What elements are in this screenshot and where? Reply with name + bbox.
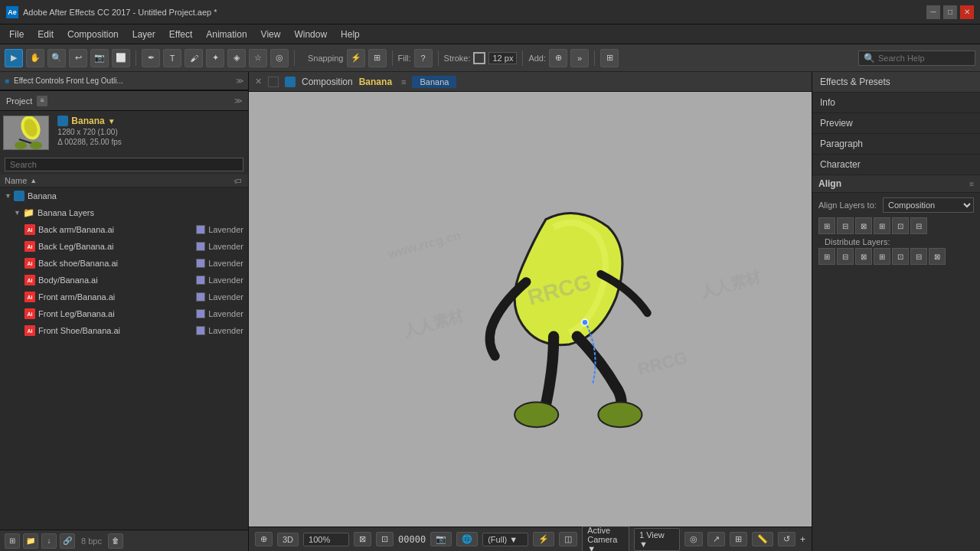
comp-menu-btn[interactable]: ≡ <box>401 77 406 86</box>
preview-panel[interactable]: Preview <box>812 113 980 134</box>
comp-close-btn[interactable]: ✕ <box>255 77 262 86</box>
align-center-v-btn[interactable]: ⊡ <box>892 217 909 234</box>
menu-file[interactable]: File <box>3 28 30 41</box>
maximize-button[interactable]: □ <box>943 5 957 19</box>
dist-left-btn[interactable]: ⊞ <box>818 248 835 265</box>
close-button[interactable]: ✕ <box>960 5 974 19</box>
list-item[interactable]: Ai Back arm/Banana.ai Lavender <box>0 221 248 238</box>
menu-edit[interactable]: Edit <box>31 28 60 41</box>
clone-tool[interactable]: ✦ <box>206 49 224 67</box>
panel-close-btn[interactable]: ≫ <box>234 96 242 105</box>
label-section: Lavender <box>196 292 243 302</box>
new-folder-button[interactable]: 📁 <box>23 533 38 549</box>
fit-btn[interactable]: ⊠ <box>354 532 371 546</box>
add-button[interactable]: ⊕ <box>549 49 567 67</box>
expand-icon[interactable]: ▼ <box>5 192 14 200</box>
dist-center-h-btn[interactable]: ⊟ <box>837 248 854 265</box>
list-item[interactable]: Ai Back Leg/Banana.ai Lavender <box>0 238 248 255</box>
view-dropdown[interactable]: Active Camera ▼ <box>582 523 629 552</box>
list-item[interactable]: Ai Back shoe/Banana.ai Lavender <box>0 255 248 272</box>
stroke-swatch[interactable] <box>473 52 485 64</box>
export-btn[interactable]: ↗ <box>707 532 725 546</box>
align-top-btn[interactable]: ⊞ <box>874 217 890 234</box>
menu-layer[interactable]: Layer <box>126 28 162 41</box>
puppet-tool[interactable]: ☆ <box>249 49 267 67</box>
fast-preview-btn[interactable]: ⚡ <box>533 532 554 546</box>
transparency-btn[interactable]: ⊡ <box>376 532 394 546</box>
toolbar-overflow[interactable]: » <box>570 49 589 67</box>
snapshot-btn[interactable]: 📷 <box>430 532 452 546</box>
paragraph-panel[interactable]: Paragraph <box>812 134 980 155</box>
new-comp-button[interactable]: ⊞ <box>5 533 20 549</box>
expand-icon[interactable]: ▼ <box>14 209 23 217</box>
info-panel[interactable]: Info <box>812 93 980 113</box>
window-controls[interactable]: ─ □ ✕ <box>926 5 974 19</box>
text-tool[interactable]: T <box>163 49 181 67</box>
align-to-dropdown[interactable]: Composition Selection <box>883 197 974 213</box>
workspace-btn[interactable]: ⊞ <box>600 49 619 67</box>
title-bar-left: Ae Adobe After Effects CC 2017 - Untitle… <box>6 6 217 18</box>
select-tool[interactable]: ▶ <box>5 49 23 67</box>
dependencies-button[interactable]: 🔗 <box>60 533 75 549</box>
menu-composition[interactable]: Composition <box>61 28 125 41</box>
camera-tool[interactable]: 📷 <box>90 49 109 67</box>
undo-tool[interactable]: ↩ <box>69 49 87 67</box>
views-dropdown[interactable]: 1 View ▼ <box>634 528 680 551</box>
menu-effect[interactable]: Effect <box>163 28 198 41</box>
snapping-toggle[interactable]: ⚡ <box>347 49 365 67</box>
comp-tab-banana[interactable]: Banana <box>412 76 456 88</box>
delete-button[interactable]: 🗑 <box>108 533 123 549</box>
list-item[interactable]: ▼ 📁 Banana Layers <box>0 204 248 221</box>
always-preview-btn[interactable]: ⊕ <box>255 532 273 546</box>
menu-animation[interactable]: Animation <box>200 28 253 41</box>
rulers-btn[interactable]: 📏 <box>752 532 773 546</box>
comp-arrow[interactable]: ▼ <box>108 117 116 126</box>
brush-tool[interactable]: 🖌 <box>185 49 203 67</box>
dist-center-v-btn[interactable]: ⊡ <box>892 248 909 265</box>
composition-viewport[interactable]: RRCG RRCG 人人素材 人人素材 www.rrcg.cn <box>249 92 812 527</box>
search-box[interactable]: 🔍 <box>858 51 975 66</box>
character-panel[interactable]: Character <box>812 155 980 175</box>
list-item[interactable]: Ai Front arm/Banana.ai Lavender <box>0 289 248 305</box>
quality-dropdown[interactable]: (Full) ▼ <box>482 533 528 546</box>
menu-help[interactable]: Help <box>335 28 366 41</box>
plus-btn[interactable]: + <box>800 534 805 545</box>
grid-btn[interactable]: ⊞ <box>730 532 747 546</box>
effect-controls-tab[interactable]: ■ Effect Controls Front Leg Outli... ≫ <box>0 72 248 90</box>
list-item[interactable]: Ai Front Leg/Banana.ai Lavender <box>0 305 248 322</box>
menu-window[interactable]: Window <box>288 28 333 41</box>
hand-tool[interactable]: ✋ <box>26 49 44 67</box>
render-btn[interactable]: ◎ <box>684 532 703 546</box>
dist-right-btn[interactable]: ⊠ <box>855 248 872 265</box>
eraser-tool[interactable]: ◈ <box>227 49 246 67</box>
dist-bottom-btn[interactable]: ⊟ <box>910 248 927 265</box>
menu-view[interactable]: View <box>255 28 287 41</box>
shape-tool[interactable]: ◎ <box>270 49 289 67</box>
align-menu-icon[interactable]: ≡ <box>969 180 974 188</box>
search-input[interactable] <box>878 54 970 63</box>
list-item[interactable]: Ai Body/Banana.ai Lavender <box>0 272 248 289</box>
3d-btn[interactable]: 3D <box>277 533 299 546</box>
import-button[interactable]: ↓ <box>41 533 57 549</box>
align-center-h-btn[interactable]: ⊟ <box>837 217 854 234</box>
dist-extra-btn[interactable]: ⊠ <box>929 248 946 265</box>
show-snapshot-btn[interactable]: 🌐 <box>456 532 478 546</box>
zoom-dropdown[interactable]: 100% <box>303 533 349 546</box>
effects-presets-panel[interactable]: Effects & Presets <box>812 72 980 93</box>
reset-btn[interactable]: ↺ <box>778 532 795 546</box>
fill-button[interactable]: ? <box>414 49 433 67</box>
pen-tool[interactable]: ✒ <box>142 49 160 67</box>
align-right-btn[interactable]: ⊠ <box>855 217 872 234</box>
align-bottom-btn[interactable]: ⊟ <box>910 217 927 234</box>
minimize-button[interactable]: ─ <box>926 5 940 19</box>
align-left-btn[interactable]: ⊞ <box>818 217 835 234</box>
dist-top-btn[interactable]: ⊞ <box>874 248 890 265</box>
transparency-grid-btn[interactable]: ◫ <box>559 532 577 546</box>
list-item[interactable]: ▼ Banana <box>0 187 248 204</box>
rect-tool[interactable]: ⬜ <box>112 49 130 67</box>
snap-options[interactable]: ⊞ <box>368 49 387 67</box>
zoom-tool[interactable]: 🔍 <box>47 49 66 67</box>
list-item[interactable]: Ai Front Shoe/Banana.ai Lavender <box>0 322 248 339</box>
panel-overflow-icon[interactable]: ≫ <box>236 77 243 85</box>
project-search-input[interactable] <box>5 158 243 171</box>
